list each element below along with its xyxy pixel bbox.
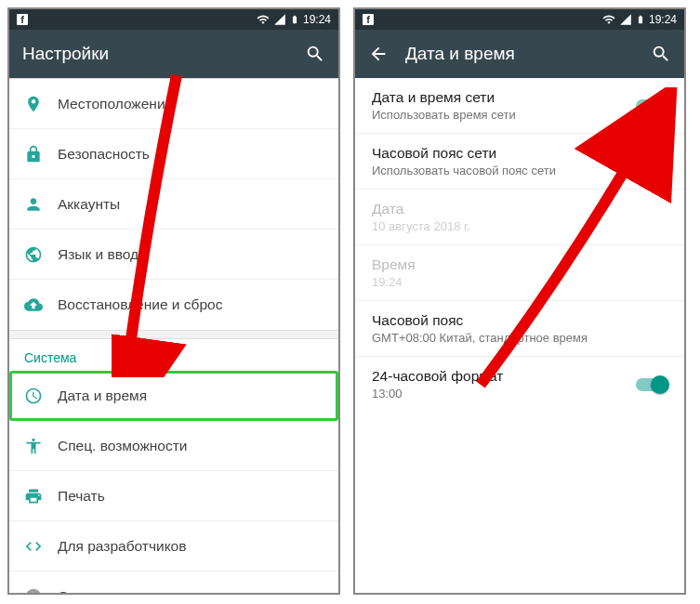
- row-location[interactable]: Местоположение: [9, 79, 338, 129]
- phone-settings: f 19:24 Настройки Местоположение Безопас…: [7, 7, 340, 595]
- row-label: Аккаунты: [58, 196, 120, 213]
- setting-network-tz[interactable]: Часовой пояс сети Использовать часовой п…: [355, 134, 684, 190]
- row-label: Печать: [58, 488, 105, 505]
- setting-time: Время 19:24: [355, 245, 684, 301]
- setting-title: Часовой пояс сети: [372, 145, 636, 162]
- print-icon: [24, 487, 58, 506]
- setting-title: Время: [372, 256, 667, 273]
- location-icon: [24, 95, 58, 113]
- signal-icon: [619, 13, 632, 26]
- account-icon: [24, 195, 58, 214]
- page-title: Дата и время: [405, 44, 515, 64]
- row-accessibility[interactable]: Спец. возможности: [9, 421, 338, 471]
- setting-subtitle: GMT+08:00 Китай, стандартное время: [372, 331, 667, 345]
- row-label: О планшете: [58, 588, 139, 593]
- facebook-icon: f: [363, 14, 374, 25]
- accessibility-icon: [24, 437, 58, 455]
- row-about[interactable]: О планшете: [9, 571, 338, 593]
- status-bar: f 19:24: [9, 9, 338, 30]
- toggle-network-time[interactable]: [636, 99, 667, 112]
- row-backup[interactable]: Восстановление и сброс: [9, 280, 338, 330]
- clock-icon: [24, 387, 58, 405]
- setting-subtitle: 13:00: [372, 387, 636, 400]
- wifi-icon: [257, 13, 270, 26]
- row-label: Для разработчиков: [58, 538, 186, 555]
- search-icon[interactable]: [651, 44, 671, 64]
- row-label: Местоположение: [58, 96, 173, 112]
- setting-network-time[interactable]: Дата и время сети Использовать время сет…: [355, 78, 684, 134]
- setting-24h[interactable]: 24-часовой формат 13:00: [355, 357, 684, 412]
- row-label: Язык и ввод: [58, 246, 139, 263]
- setting-subtitle: 19:24: [372, 275, 667, 289]
- row-label: Дата и время: [58, 387, 147, 404]
- setting-date: Дата 10 августа 2018 г.: [355, 190, 684, 245]
- battery-icon: [290, 13, 299, 26]
- setting-title: Дата и время сети: [372, 89, 636, 106]
- row-developer[interactable]: Для разработчиков: [9, 521, 338, 571]
- row-language[interactable]: Язык и ввод: [9, 230, 338, 280]
- phone-datetime: f 19:24 Дата и время Дата и время сети И…: [353, 7, 686, 595]
- globe-icon: [24, 245, 58, 264]
- row-print[interactable]: Печать: [9, 471, 338, 521]
- facebook-icon: f: [17, 14, 28, 25]
- row-security[interactable]: Безопасность: [9, 129, 338, 179]
- toggle-24h[interactable]: [636, 378, 667, 391]
- lock-icon: [24, 145, 58, 164]
- setting-subtitle: 10 августа 2018 г.: [372, 219, 667, 233]
- setting-subtitle: Использовать время сети: [372, 108, 636, 122]
- page-title: Настройки: [22, 44, 109, 64]
- row-label: Спец. возможности: [58, 438, 187, 454]
- setting-title: Часовой пояс: [372, 312, 667, 329]
- app-bar: Настройки: [9, 30, 338, 78]
- row-accounts[interactable]: Аккаунты: [9, 179, 338, 230]
- datetime-settings: Дата и время сети Использовать время сет…: [355, 78, 684, 593]
- battery-icon: [636, 13, 645, 26]
- app-bar: Дата и время: [355, 30, 684, 78]
- row-label: Восстановление и сброс: [58, 296, 222, 313]
- status-time: 19:24: [303, 13, 331, 26]
- info-icon: [24, 587, 58, 593]
- setting-title: Дата: [372, 201, 667, 217]
- status-time: 19:24: [649, 13, 677, 26]
- row-datetime[interactable]: Дата и время: [9, 371, 338, 421]
- status-bar: f 19:24: [355, 9, 684, 30]
- signal-icon: [273, 13, 286, 26]
- back-icon[interactable]: [368, 44, 389, 64]
- setting-title: 24-часовой формат: [372, 368, 636, 385]
- setting-subtitle: Использовать часовой пояс сети: [372, 164, 636, 177]
- search-icon[interactable]: [305, 44, 325, 64]
- section-header-system: Система: [9, 339, 338, 371]
- developer-icon: [24, 537, 58, 556]
- wifi-icon: [602, 13, 615, 26]
- setting-timezone[interactable]: Часовой пояс GMT+08:00 Китай, стандартно…: [355, 301, 684, 357]
- toggle-network-tz[interactable]: [636, 155, 667, 168]
- row-label: Безопасность: [58, 146, 150, 163]
- backup-icon: [24, 295, 58, 314]
- settings-list: Местоположение Безопасность Аккаунты Язы…: [9, 78, 338, 593]
